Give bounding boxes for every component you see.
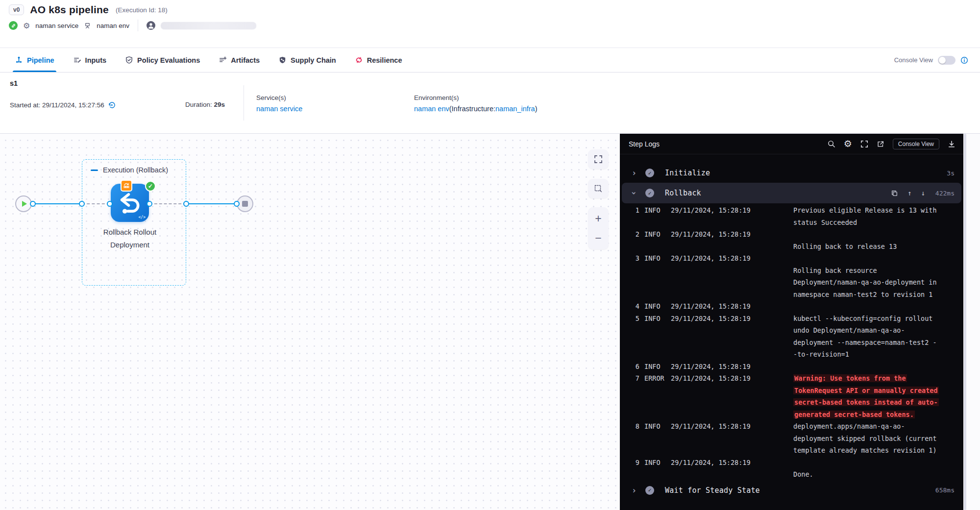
search-icon[interactable] xyxy=(828,140,835,148)
log-section-rollback[interactable]: › ✓ Rollback ↑ ↓ 422ms xyxy=(622,183,961,203)
log-message-line xyxy=(793,252,956,265)
log-message-line: generated secret-based tokens. xyxy=(793,409,956,421)
log-message: kubectl --kubeconfig=config rolloutundo … xyxy=(793,313,956,361)
connector-dot xyxy=(107,201,113,207)
section-duration: 658ms xyxy=(935,486,955,494)
section-label: Rollback xyxy=(665,189,701,197)
chevron-right-icon[interactable]: › xyxy=(631,168,637,178)
log-message-line: Rolling back to release 13 xyxy=(793,241,956,253)
tab-label: Policy Evaluations xyxy=(137,56,200,64)
info-icon[interactable] xyxy=(960,56,968,64)
scroll-up-icon[interactable]: ↑ xyxy=(907,189,911,197)
step-success-icon: ✓ xyxy=(645,486,654,495)
collapse-group-icon[interactable] xyxy=(91,170,98,171)
title-row: v0 AO k8s pipeline (Execution Id: 18) xyxy=(9,4,168,16)
infrastructure-link[interactable]: naman_infra xyxy=(495,105,535,113)
tab-label: Resilience xyxy=(367,56,402,64)
log-message-line: undo Deployment/naman-qa-ao- xyxy=(793,324,956,337)
log-level: ERROR xyxy=(644,372,666,420)
connector-dot xyxy=(30,201,36,207)
log-message-line: Warning: Use tokens from the xyxy=(793,372,956,385)
log-message-line: secret-based tokens instead of auto- xyxy=(793,396,956,409)
log-line-number: 2 xyxy=(630,228,639,252)
tab-bar: Pipeline Inputs Policy Evaluations xyxy=(0,48,980,73)
execution-group-header: Execution (Rollback) xyxy=(91,166,168,174)
download-logs-icon[interactable] xyxy=(948,140,956,148)
toggle-knob xyxy=(939,57,946,64)
tab-inputs[interactable]: Inputs xyxy=(73,48,107,72)
log-line-number: 6 xyxy=(630,361,639,373)
duration-value: 29s xyxy=(214,101,225,108)
log-message: Done. xyxy=(793,457,956,481)
execution-id: (Execution Id: 18) xyxy=(116,6,168,14)
scrollbar-thumb[interactable] xyxy=(964,134,966,510)
log-level: INFO xyxy=(644,313,666,361)
tab-label: Pipeline xyxy=(27,56,54,64)
console-view-toggle[interactable] xyxy=(938,56,956,65)
log-timestamp: 29/11/2024, 15:28:19 xyxy=(671,252,788,300)
selection-mode-button[interactable] xyxy=(588,179,609,198)
rollback-log-lines: 1INFO29/11/2024, 15:28:19Previous eligib… xyxy=(620,203,963,481)
connector-dot xyxy=(183,201,189,207)
rollout-badge-icon xyxy=(121,180,132,192)
tabbar-right: Console View xyxy=(894,56,968,65)
log-message-line: Deployment/naman-qa-ao-deployment in xyxy=(793,276,956,289)
console-view-button[interactable]: Console View xyxy=(893,139,939,149)
log-message-line: kubectl --kubeconfig=config rollout xyxy=(793,313,956,325)
gear-icon[interactable]: ⚙ xyxy=(23,21,30,30)
zoom-in-button[interactable]: + xyxy=(595,209,601,228)
tab-resilience[interactable]: Resilience xyxy=(355,48,402,72)
zoom-out-button[interactable]: − xyxy=(595,228,601,248)
copy-logs-icon[interactable] xyxy=(891,190,898,197)
log-timestamp: 29/11/2024, 15:28:19 xyxy=(671,361,788,373)
step-logs-toolbar: ⚙ Console View xyxy=(828,139,956,149)
log-message-line: deployment --namespace=naman-test2 - xyxy=(793,337,956,349)
chevron-right-icon[interactable]: › xyxy=(631,486,637,495)
log-timestamp: 29/11/2024, 15:28:19 xyxy=(671,420,788,457)
rollback-arrow-icon xyxy=(118,191,142,215)
log-section-initialize[interactable]: › ✓ Initialize 3s xyxy=(620,163,963,183)
log-line-number: 3 xyxy=(630,252,639,300)
execution-group-box: Execution (Rollback) xyxy=(82,159,186,286)
environment-link[interactable]: naman env xyxy=(414,105,449,113)
scroll-down-icon[interactable]: ↓ xyxy=(921,189,925,197)
service-link[interactable]: naman service xyxy=(256,105,302,113)
supply-chain-icon xyxy=(278,56,287,64)
log-message-line: TokenRequest API or manually created xyxy=(793,385,956,397)
inputs-icon xyxy=(73,56,81,64)
connector-dot xyxy=(147,201,152,207)
log-message: Rolling back resourceDeployment/naman-qa… xyxy=(793,252,956,300)
log-message: Rolling back to release 13 xyxy=(793,228,956,252)
log-line-number: 7 xyxy=(630,372,639,420)
log-message xyxy=(793,361,956,373)
pipeline-start-node[interactable] xyxy=(15,195,32,212)
expand-icon[interactable] xyxy=(860,140,868,148)
step-logs-body: › ✓ Initialize 3s › ✓ Rollback ↑ ↓ 422ms xyxy=(620,154,963,510)
tab-supply-chain[interactable]: Supply Chain xyxy=(278,48,336,72)
started-at: Started at: 29/11/2024, 15:27:56 xyxy=(10,101,116,109)
chevron-down-icon[interactable]: › xyxy=(629,190,639,196)
tab-label: Artifacts xyxy=(231,56,260,64)
section-duration: 422ms xyxy=(935,190,955,197)
success-check-icon: ✓ xyxy=(145,181,156,192)
log-message-line xyxy=(793,228,956,241)
tab-artifacts[interactable]: Artifacts xyxy=(219,48,260,72)
log-section-wait-for-steady-state[interactable]: › ✓ Wait for Steady State 658ms xyxy=(620,481,963,500)
tab-pipeline[interactable]: Pipeline xyxy=(15,48,54,72)
started-at-text: Started at: 29/11/2024, 15:27:56 xyxy=(10,101,104,109)
tab-label: Supply Chain xyxy=(291,56,336,64)
log-level: INFO xyxy=(644,457,666,481)
log-level: INFO xyxy=(644,228,666,252)
log-settings-gear-icon[interactable]: ⚙ xyxy=(844,139,852,148)
log-level: INFO xyxy=(644,204,666,228)
history-icon[interactable] xyxy=(108,101,116,109)
tabs: Pipeline Inputs Policy Evaluations xyxy=(15,48,402,72)
header-environment-name: naman env xyxy=(97,22,129,29)
tab-policy-evaluations[interactable]: Policy Evaluations xyxy=(125,48,200,72)
open-external-icon[interactable] xyxy=(877,140,884,148)
user-avatar xyxy=(147,21,155,30)
zoom-to-fit-button[interactable] xyxy=(588,149,609,169)
step-success-icon: ✓ xyxy=(645,169,654,177)
infra-suffix: ) xyxy=(535,105,538,113)
stage-info-bar: s1 Started at: 29/11/2024, 15:27:56 Dura… xyxy=(0,73,980,134)
